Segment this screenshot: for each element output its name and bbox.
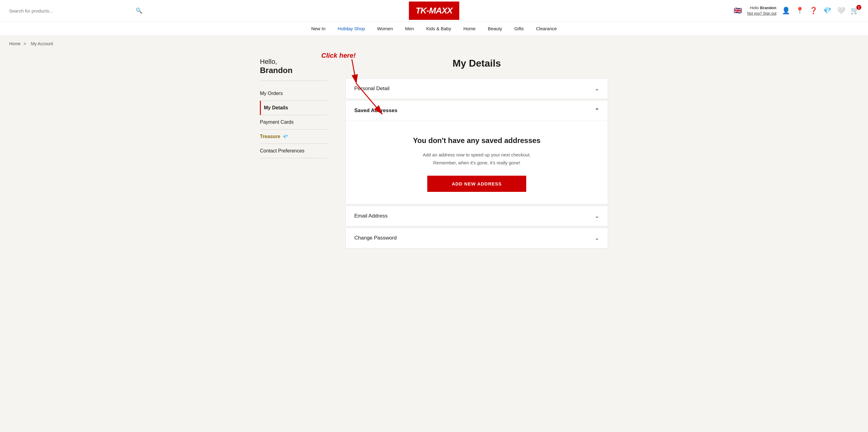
chevron-down-change-password: ⌄ bbox=[595, 235, 599, 241]
nav-item-men[interactable]: Men bbox=[405, 26, 414, 31]
chevron-down-email-address: ⌄ bbox=[595, 213, 599, 219]
change-password-label: Change Password bbox=[354, 235, 397, 241]
payment-cards-label: Payment Cards bbox=[260, 119, 293, 125]
header-right: 🇬🇧 Hello Brandon Not you? Sign out 👤 📍 ❓… bbox=[734, 5, 859, 16]
accordion-header-saved-addresses[interactable]: Saved Addresses ⌃ bbox=[346, 100, 608, 121]
language-selector[interactable]: 🇬🇧 bbox=[734, 7, 742, 15]
search-icon: 🔍 bbox=[135, 8, 142, 14]
user-name-header: Brandon bbox=[760, 5, 776, 10]
cart-badge: 1 bbox=[857, 5, 861, 10]
sidebar-item-payment-cards[interactable]: Payment Cards bbox=[260, 115, 327, 129]
nav-item-home[interactable]: Home bbox=[463, 26, 475, 31]
treasure-label: Treasure bbox=[260, 134, 280, 139]
nav-item-women[interactable]: Women bbox=[377, 26, 393, 31]
no-address-title: You don't have any saved addresses bbox=[354, 136, 599, 145]
logo[interactable]: TK-MAXX bbox=[409, 2, 459, 20]
breadcrumb-home[interactable]: Home bbox=[9, 41, 21, 46]
sidebar-item-my-details[interactable]: My Details bbox=[260, 101, 327, 115]
sidebar-item-contact-preferences[interactable]: Contact Preferences bbox=[260, 144, 327, 158]
page-title: My Details bbox=[345, 58, 608, 69]
my-orders-label: My Orders bbox=[260, 91, 283, 96]
search-input[interactable] bbox=[9, 8, 134, 13]
sidebar: Hello, Brandon My Orders My Details Paym… bbox=[260, 58, 327, 250]
breadcrumb: Home > My Account bbox=[0, 36, 868, 52]
help-icon[interactable]: ❓ bbox=[809, 7, 817, 15]
chevron-down-personal-detail: ⌄ bbox=[595, 85, 599, 92]
sign-out-link[interactable]: Not you? Sign out bbox=[747, 11, 776, 16]
accordion-saved-addresses: Click here! Saved Addresses ⌃ You don't … bbox=[345, 100, 608, 205]
main-content: Hello, Brandon My Orders My Details Paym… bbox=[251, 52, 617, 268]
email-address-label: Email Address bbox=[354, 213, 388, 219]
chevron-up-saved-addresses: ⌃ bbox=[595, 107, 599, 114]
add-new-address-button[interactable]: ADD NEW ADDRESS bbox=[427, 176, 526, 192]
accordion-email-address: Email Address ⌄ bbox=[345, 206, 608, 226]
logo-text: TK-MAXX bbox=[416, 6, 453, 16]
user-greeting: Hello Brandon Not you? Sign out bbox=[747, 5, 776, 16]
saved-addresses-label: Saved Addresses bbox=[354, 107, 397, 114]
breadcrumb-current: My Account bbox=[31, 41, 53, 46]
accordion-change-password: Change Password ⌄ bbox=[345, 227, 608, 248]
diamond-icon: 💎 bbox=[283, 134, 288, 139]
page-content: My Details Personal Detail ⌄ Click here! bbox=[345, 58, 608, 250]
user-icon[interactable]: 👤 bbox=[782, 7, 790, 15]
accordion-header-change-password[interactable]: Change Password ⌄ bbox=[346, 228, 608, 248]
nav-item-clearance[interactable]: Clearance bbox=[536, 26, 557, 31]
wishlist-icon[interactable]: 🤍 bbox=[837, 7, 845, 15]
my-details-label: My Details bbox=[264, 105, 288, 111]
nav-item-holiday-shop[interactable]: Holiday Shop bbox=[338, 26, 365, 31]
accordion-personal-detail: Personal Detail ⌄ bbox=[345, 78, 608, 99]
breadcrumb-separator: > bbox=[24, 41, 26, 46]
nav-item-new-in[interactable]: New In bbox=[311, 26, 326, 31]
cart-icon[interactable]: 🛒 1 bbox=[850, 7, 859, 15]
nav-item-kids-baby[interactable]: Kids & Baby bbox=[426, 26, 451, 31]
contact-preferences-label: Contact Preferences bbox=[260, 148, 305, 154]
saved-addresses-body: You don't have any saved addresses Add a… bbox=[346, 121, 608, 204]
hello-text: Hello bbox=[750, 5, 759, 10]
sidebar-item-my-orders[interactable]: My Orders bbox=[260, 87, 327, 101]
header-top: 🔍 TK-MAXX 🇬🇧 Hello Brandon Not you? Sign… bbox=[0, 0, 868, 21]
search-area: 🔍 bbox=[9, 6, 144, 15]
personal-detail-label: Personal Detail bbox=[354, 86, 390, 92]
sidebar-greeting: Hello, Brandon bbox=[260, 58, 327, 75]
nav-item-gifts[interactable]: Gifts bbox=[514, 26, 524, 31]
main-nav: New In Holiday Shop Women Men Kids & Bab… bbox=[0, 21, 868, 35]
search-button[interactable]: 🔍 bbox=[134, 6, 144, 15]
rewards-icon[interactable]: 💎 bbox=[823, 7, 831, 15]
greeting-text: Hello, bbox=[260, 58, 277, 65]
accordion-header-personal-detail[interactable]: Personal Detail ⌄ bbox=[346, 79, 608, 99]
no-address-desc: Add an address now to speed up your next… bbox=[354, 151, 599, 166]
sidebar-user-name: Brandon bbox=[260, 66, 292, 75]
nav-item-beauty[interactable]: Beauty bbox=[488, 26, 502, 31]
accordion-header-email-address[interactable]: Email Address ⌄ bbox=[346, 206, 608, 226]
location-icon[interactable]: 📍 bbox=[796, 7, 804, 15]
site-header: 🔍 TK-MAXX 🇬🇧 Hello Brandon Not you? Sign… bbox=[0, 0, 868, 36]
sidebar-item-treasure[interactable]: Treasure 💎 bbox=[260, 129, 327, 144]
sidebar-divider bbox=[260, 81, 327, 81]
logo-area: TK-MAXX bbox=[409, 2, 459, 20]
